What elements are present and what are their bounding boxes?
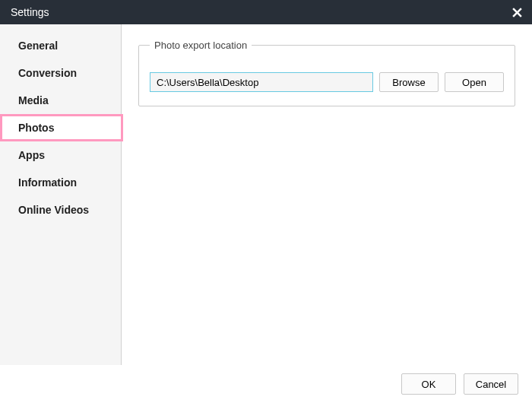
cancel-button[interactable]: Cancel — [464, 373, 518, 395]
sidebar-item-apps[interactable]: Apps — [0, 141, 121, 169]
sidebar-item-label: Conversion — [18, 67, 77, 79]
sidebar: General Conversion Media Photos Apps Inf… — [0, 24, 122, 365]
sidebar-item-online-videos[interactable]: Online Videos — [0, 196, 121, 224]
open-button[interactable]: Open — [445, 72, 504, 92]
sidebar-item-label: Photos — [18, 122, 54, 134]
sidebar-item-conversion[interactable]: Conversion — [0, 59, 121, 87]
browse-button[interactable]: Browse — [379, 72, 439, 92]
export-path-row: Browse Open — [150, 72, 504, 92]
sidebar-item-label: Apps — [18, 149, 45, 161]
sidebar-item-label: Online Videos — [18, 204, 89, 216]
photo-export-fieldset: Photo export location Browse Open — [138, 40, 515, 106]
sidebar-item-information[interactable]: Information — [0, 169, 121, 196]
export-path-input[interactable] — [150, 72, 373, 92]
sidebar-item-label: Information — [18, 176, 77, 189]
sidebar-item-media[interactable]: Media — [0, 87, 121, 114]
dialog-body: General Conversion Media Photos Apps Inf… — [0, 24, 532, 365]
close-button[interactable] — [509, 5, 524, 20]
fieldset-legend: Photo export location — [150, 40, 252, 51]
main-panel: Photo export location Browse Open — [122, 24, 532, 365]
sidebar-item-label: General — [18, 40, 58, 52]
ok-button[interactable]: OK — [401, 373, 456, 395]
titlebar: Settings — [0, 0, 532, 24]
close-icon — [511, 7, 523, 18]
dialog-footer: OK Cancel — [0, 365, 532, 403]
window-title: Settings — [11, 6, 49, 18]
sidebar-item-general[interactable]: General — [0, 32, 121, 59]
sidebar-item-photos[interactable]: Photos — [0, 114, 123, 141]
sidebar-item-label: Media — [18, 94, 49, 106]
